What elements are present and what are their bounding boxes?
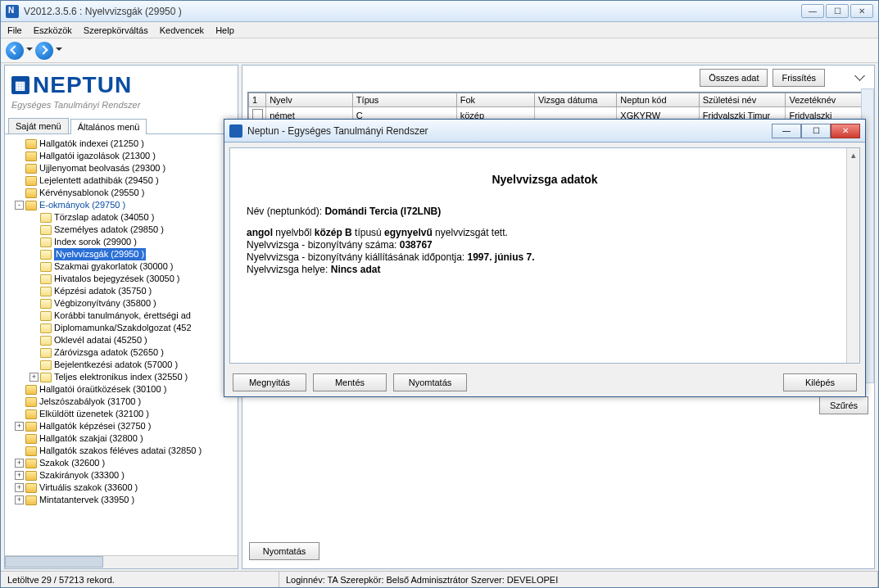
expand-icon[interactable]: + <box>15 483 24 492</box>
menu-bar: File Eszközök Szerepkörváltás Kedvencek … <box>1 22 878 38</box>
tree-label: Végbizonyítvány (35800 ) <box>54 297 156 310</box>
tree-label: Szakmai gyakorlatok (30000 ) <box>54 260 174 273</box>
tree-hscroll[interactable] <box>5 555 238 568</box>
toolbar <box>1 38 878 63</box>
expand-icon[interactable]: + <box>15 471 24 480</box>
tree-item[interactable]: Ujjlenyomat beolvasás (29300 ) <box>7 162 238 174</box>
dialog-window: Neptun - Egységes Tanulmányi Rendszer — … <box>224 119 866 397</box>
tree-item[interactable]: Oklevél adatai (45250 ) <box>7 334 238 346</box>
tree-item[interactable]: Bejelentkezési adatok (57000 ) <box>7 359 238 371</box>
menu-file[interactable]: File <box>7 25 22 35</box>
forward-dropdown[interactable] <box>55 42 63 60</box>
navigation-tree[interactable]: Hallgatók indexei (21250 )Hallgatói igaz… <box>5 134 238 555</box>
tree-item[interactable]: Személyes adatok (29850 ) <box>7 224 238 236</box>
tree-item[interactable]: Törzslap adatok (34050 ) <box>7 211 238 224</box>
menu-help[interactable]: Help <box>215 25 234 35</box>
minimize-button[interactable]: — <box>801 4 824 18</box>
tree-item[interactable]: -E-okmányok (29750 ) <box>7 199 238 211</box>
close-button[interactable]: ✕ <box>850 4 873 18</box>
print-button[interactable]: Nyomtatás <box>393 373 467 391</box>
tree-item[interactable]: Hallgatók indexei (21250 ) <box>7 138 238 150</box>
folder-icon <box>25 459 37 468</box>
tree-label: Teljes elektronikus index (32550 ) <box>54 371 188 383</box>
folder-icon <box>25 471 37 481</box>
forward-button[interactable] <box>35 42 53 60</box>
tree-label: Hivatalos bejegyzések (30050 ) <box>54 273 179 285</box>
tree-item[interactable]: Hallgatói igazolások (21300 ) <box>7 150 238 162</box>
logo-text: NEPTUN <box>33 72 132 98</box>
dialog-maximize[interactable]: ☐ <box>801 124 831 138</box>
all-data-button[interactable]: Összes adat <box>700 69 768 87</box>
maximize-button[interactable]: ☐ <box>826 4 849 18</box>
filter-button[interactable]: Szűrés <box>819 396 868 414</box>
tree-label: Hallgatók szakos féléves adatai (32850 ) <box>39 445 202 457</box>
expand-icon[interactable]: + <box>15 422 24 431</box>
refresh-button[interactable]: Frissítés <box>773 69 825 87</box>
tree-item[interactable]: Hallgatói óraütközések (30100 ) <box>7 383 238 396</box>
dialog-body: Nyelvvizsga adatok Név (neptunkód): Domá… <box>229 147 860 364</box>
tree-item[interactable]: +Teljes elektronikus index (32550 ) <box>7 371 238 383</box>
tree-item[interactable]: Elküldött üzenetek (32100 ) <box>7 408 238 420</box>
page-icon <box>40 336 52 346</box>
tree-item[interactable]: Képzési adatok (35750 ) <box>7 285 238 297</box>
col-lang[interactable]: Nyelv <box>266 93 353 107</box>
folder-icon <box>25 139 37 149</box>
col-num[interactable]: 1 <box>249 93 266 107</box>
tree-item[interactable]: Kérvénysablonok (29550 ) <box>7 187 238 199</box>
logo-icon: ▦ <box>11 76 29 94</box>
tree-item[interactable]: +Hallgatók képzései (32750 ) <box>7 420 238 432</box>
col-level[interactable]: Fok <box>456 93 534 107</box>
col-date[interactable]: Vizsga dátuma <box>534 93 616 107</box>
back-dropdown[interactable] <box>25 42 34 60</box>
tab-general-menu[interactable]: Általános menü <box>70 119 147 134</box>
tree-label: Szakok (32600 ) <box>39 457 105 469</box>
tree-item[interactable]: Szakmai gyakorlatok (30000 ) <box>7 260 238 273</box>
col-surname[interactable]: Vezetéknév <box>786 93 868 107</box>
tree-item[interactable]: Hallgatók szakjai (32800 ) <box>7 432 238 445</box>
tree-item[interactable]: Korábbi tanulmányok, érettségi ad <box>7 310 238 322</box>
dialog-minimize[interactable]: — <box>772 124 801 138</box>
tree-item[interactable]: Jelszószabályok (31700 ) <box>7 396 238 408</box>
page-icon <box>40 237 52 247</box>
dialog-vscroll[interactable]: ▴ <box>846 148 859 363</box>
tree-item[interactable]: Diplomamunka/Szakdolgozat (452 <box>7 322 238 334</box>
col-type[interactable]: Típus <box>352 93 456 107</box>
menu-favs[interactable]: Kedvencek <box>160 25 204 35</box>
dialog-close[interactable]: ✕ <box>831 124 860 138</box>
print-button-main[interactable]: Nyomtatás <box>249 542 319 560</box>
back-button[interactable] <box>6 42 24 60</box>
save-button[interactable]: Mentés <box>313 373 387 391</box>
tree-item[interactable]: +Szakirányok (33300 ) <box>7 469 238 482</box>
expand-icon[interactable]: + <box>15 459 24 468</box>
expand-icon[interactable]: + <box>29 373 39 382</box>
exit-button[interactable]: Kilépés <box>783 373 857 391</box>
tree-item[interactable]: Index sorok (29900 ) <box>7 236 238 248</box>
tree-item[interactable]: Lejelentett adathibák (29450 ) <box>7 174 238 187</box>
tree-item[interactable]: Hivatalos bejegyzések (30050 ) <box>7 273 238 285</box>
col-code[interactable]: Neptun kód <box>617 93 699 107</box>
open-button[interactable]: Megnyitás <box>233 373 306 391</box>
tree-label: Elküldött üzenetek (32100 ) <box>39 408 149 420</box>
tree-item[interactable]: +Szakok (32600 ) <box>7 457 238 469</box>
tree-item[interactable]: Záróvizsga adatok (52650 ) <box>7 346 238 359</box>
page-icon <box>40 250 52 260</box>
tree-item[interactable]: Végbizonyítvány (35800 ) <box>7 297 238 310</box>
tree-item[interactable]: +Mintatantervek (33950 ) <box>7 494 238 506</box>
dialog-title-bar[interactable]: Neptun - Egységes Tanulmányi Rendszer — … <box>224 120 865 142</box>
tree-item[interactable]: +Virtuális szakok (33600 ) <box>7 482 238 494</box>
title-bar: V2012.3.5.6 : Nyelvvizsgák (29950 ) — ☐ … <box>1 1 878 22</box>
menu-roles[interactable]: Szerepkörváltás <box>84 25 148 35</box>
tree-label: Záróvizsga adatok (52650 ) <box>54 346 164 359</box>
col-birth[interactable]: Születési név <box>699 93 786 107</box>
page-icon <box>40 287 52 296</box>
tree-item[interactable]: Hallgatók szakos féléves adatai (32850 ) <box>7 445 238 457</box>
tab-own-menu[interactable]: Saját menü <box>8 118 69 133</box>
scroll-up-icon[interactable]: ▴ <box>847 148 859 161</box>
folder-icon <box>25 483 37 493</box>
expand-icon[interactable]: + <box>15 495 24 504</box>
expand-icon[interactable]: - <box>15 201 24 210</box>
tree-item[interactable]: Nyelvvizsgák (29950 ) <box>7 248 238 260</box>
pin-icon[interactable] <box>854 72 866 84</box>
page-icon <box>40 360 52 370</box>
menu-tools[interactable]: Eszközök <box>34 25 72 35</box>
